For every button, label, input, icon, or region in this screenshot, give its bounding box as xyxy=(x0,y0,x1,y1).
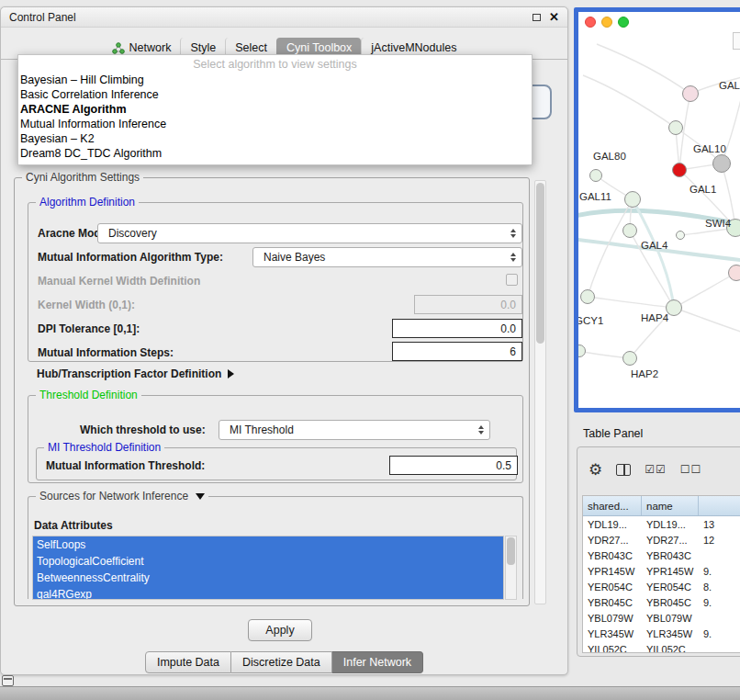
attributes-scrollbar[interactable] xyxy=(505,536,517,600)
stepper-icon xyxy=(478,425,484,435)
network-node[interactable] xyxy=(672,163,687,177)
aracne-mode-select[interactable]: Discovery xyxy=(97,223,522,243)
tab-label: Cyni Toolbox xyxy=(286,41,352,54)
column-header[interactable]: shared... xyxy=(583,496,642,515)
apply-button[interactable]: Apply xyxy=(248,619,312,641)
network-node[interactable] xyxy=(682,85,699,102)
network-canvas[interactable]: GAL8GAL80GAL10GAL11GAL1SWI4GAL4GCY1HAP4H… xyxy=(578,31,740,408)
close-panel-icon[interactable]: ✕ xyxy=(549,11,559,23)
table-cell: YLR345W xyxy=(642,626,699,641)
which-threshold-select[interactable]: MI Threshold xyxy=(219,420,490,440)
algorithm-option[interactable]: ARACNE Algorithm xyxy=(18,102,532,117)
table-cell: YER054C xyxy=(583,579,642,594)
tab-impute-data[interactable]: Impute Data xyxy=(145,651,231,673)
network-node-label: HAP2 xyxy=(631,368,658,379)
network-scrollbar[interactable] xyxy=(733,32,740,50)
table-cell: 9. xyxy=(699,563,740,579)
tab-label: Style xyxy=(190,41,216,54)
network-node[interactable] xyxy=(668,120,683,135)
mi-algorithm-type-value: Naive Bayes xyxy=(263,251,325,264)
table-row[interactable]: YDL19...YDL19...13 xyxy=(583,516,740,532)
gear-icon[interactable]: ⚙ xyxy=(589,462,602,478)
table-cell: 13 xyxy=(699,516,740,532)
sources-title[interactable]: Sources for Network Inference xyxy=(36,490,208,502)
algorithm-dropdown-list: Bayesian – Hill ClimbingBasic Correlatio… xyxy=(18,73,532,161)
column-header[interactable] xyxy=(699,496,740,515)
bottom-tabs: Impute DataDiscretize DataInfer Network xyxy=(1,651,567,673)
aracne-mode-value: Discovery xyxy=(108,227,157,240)
table-row[interactable]: YBL079WYBL079W xyxy=(583,610,740,626)
network-icon xyxy=(112,42,125,54)
table-cell: YBL079W xyxy=(583,610,642,626)
close-traffic-light-icon[interactable] xyxy=(585,17,596,28)
table-row[interactable]: YER054CYER054C8. xyxy=(583,579,740,594)
mi-algorithm-type-select[interactable]: Naive Bayes xyxy=(252,247,522,267)
attribute-item[interactable]: TopologicalCoefficient xyxy=(33,553,503,570)
table-row[interactable]: YIL052CYIL052C xyxy=(583,641,740,653)
network-node[interactable] xyxy=(728,265,740,281)
table-cell xyxy=(699,610,740,626)
mi-threshold-definition-title: MI Threshold Definition xyxy=(44,441,164,454)
stepper-icon xyxy=(510,229,516,238)
tab-discretize-data[interactable]: Discretize Data xyxy=(231,651,332,673)
network-node[interactable] xyxy=(622,223,637,238)
attribute-item[interactable]: gal4RGexp xyxy=(33,586,503,600)
network-node[interactable] xyxy=(622,351,637,366)
network-node[interactable] xyxy=(712,154,731,173)
zoom-traffic-light-icon[interactable] xyxy=(618,17,629,28)
table-cell: YPR145W xyxy=(583,563,642,579)
table-row[interactable]: YPR145WYPR145W9. xyxy=(583,563,740,579)
table-row[interactable]: YBR043CYBR043C xyxy=(583,548,740,563)
table-cell: YBR043C xyxy=(642,548,699,563)
mi-threshold-field[interactable]: 0.5 xyxy=(389,456,518,475)
control-panel-title: Control Panel xyxy=(9,11,76,24)
algorithm-definition-group: Algorithm Definition Aracne Mode: Discov… xyxy=(28,202,523,362)
hub-section-label: Hub/Transcription Factor Definition xyxy=(37,367,221,380)
dpi-tolerance-field[interactable]: 0.0 xyxy=(392,319,522,338)
network-node[interactable] xyxy=(580,289,595,304)
minimized-panel-icon[interactable] xyxy=(2,675,14,686)
network-node[interactable] xyxy=(624,191,641,208)
select-all-icon[interactable]: ☑☑ xyxy=(645,463,667,476)
columns-icon[interactable] xyxy=(616,464,631,476)
table-cell: YDR27... xyxy=(642,532,699,548)
attribute-item[interactable]: BetweennessCentrality xyxy=(33,570,503,586)
tab-infer-network[interactable]: Infer Network xyxy=(332,651,423,673)
settings-scrollbar[interactable] xyxy=(534,180,546,604)
float-window-icon[interactable] xyxy=(533,14,541,21)
algorithm-option[interactable]: Basic Correlation Inference xyxy=(18,87,532,102)
collapsed-arrow-icon xyxy=(228,369,234,378)
tab-label: Select xyxy=(235,41,267,54)
node-table: shared...name YDL19...YDL19...13YDR27...… xyxy=(582,495,740,653)
attribute-item[interactable]: SelfLoops xyxy=(33,536,503,553)
table-row[interactable]: YLR345WYLR345W9. xyxy=(583,626,740,641)
algorithm-option[interactable]: Bayesian – Hill Climbing xyxy=(18,73,532,87)
algorithm-dropdown: Select algorithm to view settings Bayesi… xyxy=(17,54,533,165)
network-node[interactable] xyxy=(589,169,602,182)
mi-steps-field[interactable]: 6 xyxy=(392,342,522,361)
network-node-label: GAL1 xyxy=(690,184,716,195)
table-cell: YBR043C xyxy=(583,548,642,563)
mi-threshold-value: 0.5 xyxy=(496,459,511,472)
manual-kernel-width-checkbox[interactable] xyxy=(506,274,518,286)
table-row[interactable]: YBR045CYBR045C9. xyxy=(583,594,740,610)
deselect-all-icon[interactable]: ☐☐ xyxy=(680,463,702,476)
threshold-definition-group: Threshold Definition Which threshold to … xyxy=(28,395,523,483)
mi-threshold-label: Mutual Information Threshold: xyxy=(46,459,205,472)
minimize-traffic-light-icon[interactable] xyxy=(601,17,612,28)
algorithm-option[interactable]: Bayesian – K2 xyxy=(18,131,532,146)
table-cell: 12 xyxy=(699,532,740,548)
algorithm-option[interactable]: Dream8 DC_TDC Algorithm xyxy=(18,146,532,161)
kernel-width-value: 0.0 xyxy=(500,299,516,311)
data-attributes-list[interactable]: SelfLoopsTopologicalCoefficientBetweenne… xyxy=(32,536,504,600)
dpi-tolerance-value: 0.0 xyxy=(500,322,516,335)
network-node[interactable] xyxy=(676,231,685,240)
table-row[interactable]: YDR27...YDR27...12 xyxy=(583,532,740,548)
control-panel-window: Control Panel ✕ NetworkStyleSelectCyni T… xyxy=(0,6,568,675)
control-panel-titlebar: Control Panel ✕ xyxy=(1,7,567,28)
table-cell: YDL19... xyxy=(583,516,642,532)
hub-transcription-factor-section[interactable]: Hub/Transcription Factor Definition xyxy=(37,367,234,380)
network-node-label: SWI4 xyxy=(705,218,731,229)
column-header[interactable]: name xyxy=(642,496,699,515)
algorithm-option[interactable]: Mutual Information Inference xyxy=(18,117,532,131)
